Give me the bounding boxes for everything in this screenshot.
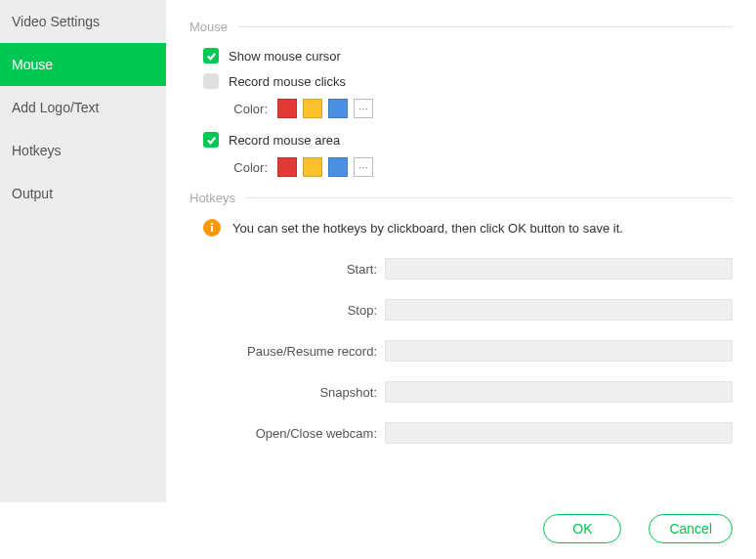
hotkeys-info-text: You can set the hotkeys by clickboard, t…	[232, 221, 623, 236]
label-record-mouse-area: Record mouse area	[229, 133, 340, 148]
section-title-mouse: Mouse	[189, 20, 228, 34]
divider	[245, 197, 733, 198]
info-icon: i	[203, 219, 221, 236]
swatch-clicks-blue[interactable]	[328, 99, 348, 118]
label-area-color: Color:	[229, 160, 268, 175]
input-hotkey-snapshot[interactable]	[385, 381, 733, 403]
input-hotkey-stop[interactable]	[385, 299, 733, 321]
divider	[237, 26, 733, 27]
label-show-mouse-cursor: Show mouse cursor	[229, 49, 341, 64]
label-hotkey-start: Start:	[189, 262, 385, 277]
label-hotkey-webcam: Open/Close webcam:	[189, 426, 385, 441]
input-hotkey-webcam[interactable]	[385, 422, 733, 444]
content-panel: Mouse Show mouse cursor Record mouse cli…	[166, 0, 756, 502]
footer: OK Cancel	[0, 502, 756, 559]
sidebar-item-mouse[interactable]: Mouse	[0, 43, 166, 86]
input-hotkey-pause[interactable]	[385, 340, 733, 362]
sidebar-item-hotkeys[interactable]: Hotkeys	[0, 129, 166, 172]
sidebar-item-video-settings[interactable]: Video Settings	[0, 0, 166, 43]
checkbox-record-mouse-area[interactable]	[203, 132, 219, 148]
section-header-mouse: Mouse	[189, 20, 733, 34]
checkbox-show-mouse-cursor[interactable]	[203, 48, 219, 64]
section-header-hotkeys: Hotkeys	[189, 191, 733, 205]
swatch-clicks-red[interactable]	[277, 99, 297, 118]
checkbox-record-mouse-clicks[interactable]	[203, 73, 219, 89]
label-record-mouse-clicks: Record mouse clicks	[229, 74, 346, 89]
swatch-area-red[interactable]	[277, 157, 297, 177]
sidebar-item-add-logo-text[interactable]: Add Logo/Text	[0, 86, 166, 129]
swatch-clicks-yellow[interactable]	[303, 99, 322, 118]
input-hotkey-start[interactable]	[385, 258, 733, 280]
sidebar: Video Settings Mouse Add Logo/Text Hotke…	[0, 0, 166, 502]
label-hotkey-pause: Pause/Resume record:	[189, 344, 385, 359]
ok-button[interactable]: OK	[543, 514, 621, 543]
sidebar-item-output[interactable]: Output	[0, 172, 166, 215]
label-hotkey-stop: Stop:	[189, 303, 385, 318]
cancel-button[interactable]: Cancel	[649, 514, 733, 543]
swatch-area-blue[interactable]	[328, 157, 348, 177]
swatch-area-yellow[interactable]	[303, 157, 322, 177]
swatch-area-more[interactable]: ···	[354, 157, 373, 177]
section-title-hotkeys: Hotkeys	[189, 191, 235, 205]
swatch-clicks-more[interactable]: ···	[354, 99, 373, 118]
label-clicks-color: Color:	[229, 102, 268, 116]
label-hotkey-snapshot: Snapshot:	[189, 385, 385, 400]
